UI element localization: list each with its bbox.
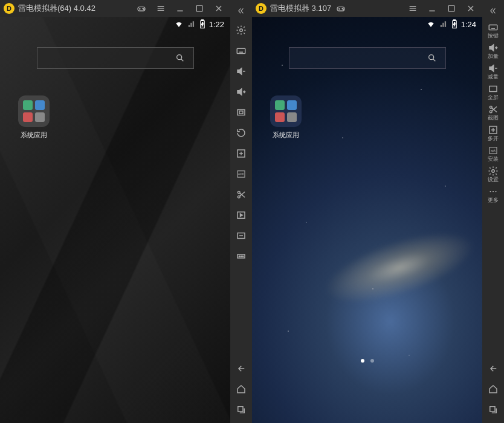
settings-icon[interactable]: 设置	[483, 164, 503, 184]
volume-up-icon[interactable]	[231, 82, 251, 102]
multi-icon[interactable]: 多开	[483, 123, 503, 143]
titlebar-right: D 雷电模拟器 3.107	[252, 0, 482, 17]
svg-line-15	[181, 59, 183, 61]
svg-line-62	[433, 59, 435, 61]
volume-down-icon[interactable]: 减量	[483, 62, 503, 81]
search-input[interactable]	[37, 47, 194, 69]
close-button[interactable]	[463, 1, 479, 16]
svg-point-45	[242, 256, 244, 257]
battery-icon	[451, 19, 457, 29]
svg-text:apk: apk	[491, 149, 496, 152]
sidebar-right: 按键 加量 减量 全屏 截图 多开 apk安装 设置 更多	[482, 0, 504, 423]
gamepad-icon[interactable]	[134, 1, 149, 16]
svg-rect-63	[489, 25, 497, 30]
apk-icon[interactable]: apk安装	[483, 144, 503, 163]
maximize-button[interactable]	[192, 1, 207, 16]
nav-recent-button[interactable]	[483, 400, 503, 419]
folder-icon	[270, 95, 302, 127]
page-dot-active	[361, 359, 364, 363]
svg-marker-65	[489, 45, 494, 51]
device-screen-right[interactable]: 1:24 系统应用	[252, 17, 482, 423]
svg-point-35	[237, 191, 240, 193]
folder-icon	[18, 95, 50, 127]
svg-rect-84	[490, 407, 495, 412]
apk-icon[interactable]: APK	[231, 164, 251, 184]
folder-label: 系统应用	[21, 131, 47, 140]
svg-point-44	[241, 256, 242, 257]
svg-point-83	[495, 191, 496, 192]
volume-down-icon[interactable]	[231, 62, 251, 81]
system-apps-folder[interactable]: 系统应用	[18, 95, 50, 140]
play-icon[interactable]	[231, 205, 251, 225]
svg-rect-13	[201, 20, 203, 21]
window-title: 雷电模拟器 3.107	[270, 3, 331, 14]
svg-point-14	[176, 55, 181, 60]
minimize-button[interactable]	[424, 1, 440, 16]
scissors-icon[interactable]: 截图	[483, 103, 503, 122]
battery-icon	[199, 19, 205, 29]
folder-label: 系统应用	[273, 131, 299, 140]
gamepad-icon[interactable]	[335, 4, 347, 13]
emulator-window-right: D 雷电模拟器 3.107 1:24	[252, 0, 504, 423]
signal-icon	[439, 20, 448, 28]
sidebar-left: APK	[230, 0, 252, 423]
more-icon[interactable]	[231, 247, 251, 266]
wallpaper	[0, 17, 230, 423]
maximize-button[interactable]	[444, 1, 459, 16]
close-button[interactable]	[211, 1, 227, 16]
collapse-sidebar-button[interactable]	[487, 2, 499, 19]
svg-text:APK: APK	[238, 172, 245, 176]
svg-point-61	[428, 55, 433, 60]
logo-icon: D	[256, 3, 267, 14]
svg-marker-22	[237, 68, 242, 75]
svg-point-80	[492, 170, 495, 173]
window-title: 雷电模拟器(64) 4.0.42	[18, 3, 95, 14]
menu-icon[interactable]	[405, 1, 421, 16]
emulator-window-left: D 雷电模拟器(64) 4.0.42 1:22	[0, 0, 252, 423]
minimize-button[interactable]	[172, 1, 188, 16]
svg-marker-24	[237, 89, 242, 95]
titlebar-left: D 雷电模拟器(64) 4.0.42	[0, 0, 230, 17]
logo-icon: D	[4, 3, 15, 14]
collapse-sidebar-button[interactable]	[235, 2, 247, 19]
scissors-icon[interactable]	[231, 185, 251, 204]
wifi-icon	[426, 20, 436, 28]
svg-rect-56	[448, 5, 454, 11]
nav-back-button[interactable]	[231, 359, 251, 378]
svg-rect-27	[237, 110, 245, 115]
status-bar: 1:24	[252, 17, 482, 31]
volume-up-icon[interactable]: 加量	[483, 41, 503, 60]
add-icon[interactable]	[231, 144, 251, 163]
nav-home-button[interactable]	[483, 379, 503, 399]
nav-home-button[interactable]	[231, 379, 251, 399]
more-icon[interactable]: 更多	[483, 185, 503, 204]
device-screen-left[interactable]: 1:22 系统应用	[0, 17, 230, 423]
clock: 1:22	[209, 20, 224, 29]
rotate-icon[interactable]	[231, 123, 251, 143]
menu-icon[interactable]	[153, 1, 169, 16]
svg-rect-9	[196, 5, 202, 11]
fullscreen-icon[interactable]	[231, 103, 251, 122]
svg-marker-68	[489, 65, 494, 72]
clock: 1:24	[461, 20, 476, 29]
keyboard-icon[interactable]: 按键	[483, 21, 503, 40]
svg-rect-70	[489, 86, 497, 92]
nav-back-button[interactable]	[483, 359, 503, 378]
svg-point-71	[489, 111, 492, 113]
page-indicator	[361, 359, 374, 363]
search-icon	[175, 53, 185, 63]
nav-recent-button[interactable]	[231, 400, 251, 419]
svg-rect-28	[239, 111, 243, 114]
svg-rect-60	[453, 20, 455, 21]
keyboard-icon[interactable]	[231, 41, 251, 60]
settings-icon[interactable]	[231, 21, 251, 40]
svg-rect-17	[237, 48, 245, 53]
svg-point-34	[237, 196, 240, 198]
page-dot	[370, 359, 374, 363]
record-icon[interactable]	[231, 226, 251, 245]
svg-point-72	[489, 106, 492, 108]
fullscreen-icon[interactable]: 全屏	[483, 82, 503, 102]
system-apps-folder[interactable]: 系统应用	[270, 95, 302, 140]
svg-point-82	[493, 191, 494, 192]
search-input[interactable]	[289, 47, 446, 69]
